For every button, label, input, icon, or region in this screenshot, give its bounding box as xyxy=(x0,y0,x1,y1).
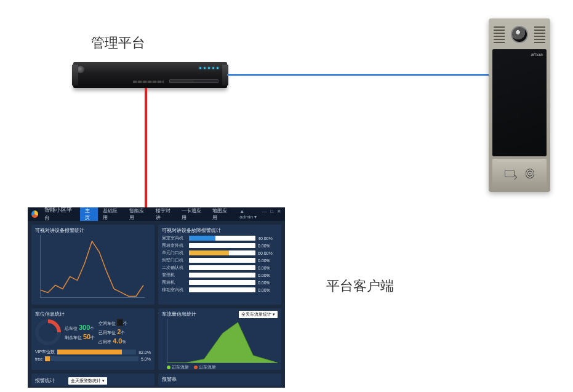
stat-bar xyxy=(189,287,255,292)
svg-marker-0 xyxy=(167,322,278,363)
connector-server-to-client xyxy=(145,88,147,207)
parking-gauge-icon xyxy=(35,319,61,345)
stat-label: 管理机 xyxy=(162,272,186,278)
stat-row: 固定室内机 40.00% xyxy=(162,235,278,241)
stat-bar xyxy=(189,243,255,248)
alarm-range-dropdown[interactable]: 全天报警数统计 ▾ xyxy=(68,377,107,385)
door-station-device xyxy=(489,18,550,192)
speaker-grill-icon xyxy=(534,26,545,43)
nav-smart[interactable]: 智能应用 xyxy=(124,207,151,221)
stat-percent: 40.00% xyxy=(258,236,278,241)
traffic-legend: 进车流量 出车流量 xyxy=(167,364,278,370)
titlebar: 智能小区平台 主页 基础应用 智能应用 楼宇对讲 一卡通应用 地图应用 ▲ ad… xyxy=(28,207,285,221)
nav-map[interactable]: 地图应用 xyxy=(207,207,234,221)
rfid-card-icon xyxy=(505,170,515,177)
panel-title: 可视对讲设备报警统计 xyxy=(35,227,151,234)
stat-percent: 0.00% xyxy=(258,266,278,270)
stat-bar xyxy=(189,265,255,270)
stat-label: 单元门口机 xyxy=(162,250,186,256)
main-nav: 主页 基础应用 智能应用 楼宇对讲 一卡通应用 地图应用 xyxy=(80,207,233,221)
traffic-range-dropdown[interactable]: 全天车流量统计 ▾ xyxy=(239,311,278,318)
panel-alarm-stats: 报警统计 全天报警数统计 ▾ xyxy=(31,374,154,386)
platform-client-window: 智能小区平台 主页 基础应用 智能应用 楼宇对讲 一卡通应用 地图应用 ▲ ad… xyxy=(28,207,285,388)
stat-percent: 0.00% xyxy=(258,288,278,292)
stat-bar xyxy=(189,280,255,285)
stat-bar xyxy=(189,258,255,263)
stat-label: 二次确认机 xyxy=(162,265,186,271)
nav-home[interactable]: 主页 xyxy=(80,207,98,221)
stat-percent: 0.00% xyxy=(258,273,278,278)
stat-bar xyxy=(189,250,255,255)
parking-hbar: VIP车位数 82.0% xyxy=(35,349,151,355)
window-close-button[interactable]: ✕ xyxy=(277,209,281,220)
nav-basic[interactable]: 基础应用 xyxy=(98,207,124,221)
user-menu[interactable]: ▲ admin ▾ xyxy=(239,209,258,220)
hbar-value: 5.0% xyxy=(141,357,151,361)
stat-row: 围墙机 0.00% xyxy=(162,279,278,286)
stat-row: 移动室内机 0.00% xyxy=(162,287,278,293)
parking-hbar: free 5.0% xyxy=(35,356,151,361)
server-rack-unit xyxy=(73,62,227,88)
label-platform-client: 平台客户端 xyxy=(326,277,394,295)
panel-warning-rate: 预警率 xyxy=(158,374,281,386)
fingerprint-icon xyxy=(526,169,534,178)
stat-row: 别墅门口机 0.00% xyxy=(162,257,278,263)
stat-label: 围墙室外机 xyxy=(162,242,186,249)
stat-bar xyxy=(189,273,255,278)
stat-label: 别墅门口机 xyxy=(162,257,186,263)
stat-row: 二次确认机 0.00% xyxy=(162,265,278,271)
connector-server-to-doorstation xyxy=(227,74,493,76)
door-station-screen xyxy=(492,49,547,156)
hbar-label: free xyxy=(35,357,42,361)
app-logo-icon xyxy=(31,210,38,218)
app-title: 智能小区平台 xyxy=(44,207,74,222)
stat-row: 围墙室外机 0.00% xyxy=(162,242,278,249)
window-minimize-button[interactable]: — xyxy=(262,209,266,220)
panel-title: 报警统计 xyxy=(35,378,55,383)
panel-traffic: 车流量信息统计 全天车流量统计 ▾ 进车流量 出车流量 xyxy=(158,308,281,370)
stat-percent: 0.00% xyxy=(258,244,278,248)
hbar-value: 82.0% xyxy=(138,350,151,354)
stat-label: 围墙机 xyxy=(162,279,186,286)
panel-title: 车位信息统计 xyxy=(35,311,151,318)
panel-title: 可视对讲设备故障报警统计 xyxy=(162,227,278,234)
stat-row: 单元门口机 60.00% xyxy=(162,250,278,256)
legend-dot-icon xyxy=(194,366,198,369)
camera-lens-icon xyxy=(511,26,528,43)
stat-bar xyxy=(189,236,255,241)
traffic-area-chart xyxy=(167,319,278,363)
label-management-platform: 管理平台 xyxy=(91,34,145,52)
panel-alarm-trend: 可视对讲设备报警统计 xyxy=(31,225,154,305)
stat-label: 移动室内机 xyxy=(162,287,186,293)
stat-percent: 60.00% xyxy=(258,251,278,255)
speaker-grill-icon xyxy=(494,26,505,43)
stat-label: 固定室内机 xyxy=(162,235,186,241)
nav-card[interactable]: 一卡通应用 xyxy=(177,207,207,221)
hbar-track xyxy=(45,356,138,361)
stat-percent: 0.00% xyxy=(258,258,278,263)
legend-dot-icon xyxy=(167,366,170,369)
window-maximize-button[interactable]: □ xyxy=(270,209,273,220)
stat-percent: 0.00% xyxy=(258,281,278,285)
panel-alarm-type: 可视对讲设备故障报警统计 固定室内机 40.00%围墙室外机 0.00%单元门口… xyxy=(158,225,281,305)
hbar-track xyxy=(57,350,136,354)
alarm-trend-chart xyxy=(40,235,145,298)
stat-row: 管理机 0.00% xyxy=(162,272,278,278)
panel-parking: 车位信息统计 总车位 300个 剩余车位 50个 空闲车位 0个 已用车位 2个… xyxy=(31,308,154,370)
panel-title: 预警率 xyxy=(162,377,177,382)
nav-intercom[interactable]: 楼宇对讲 xyxy=(151,207,177,221)
hbar-label: VIP车位数 xyxy=(35,349,55,355)
